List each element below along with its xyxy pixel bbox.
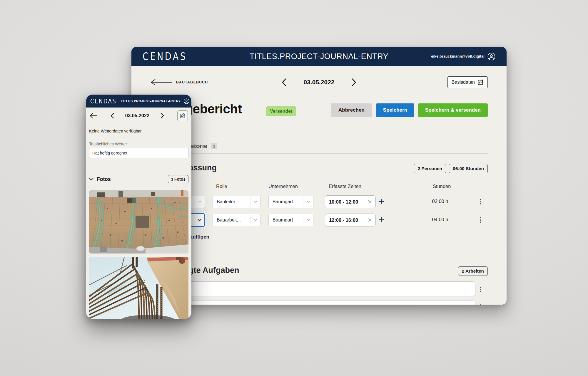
photos-section-toggle[interactable]: Fotos 3 Fotos <box>89 175 188 183</box>
hours-value: 02:00 h <box>422 199 458 204</box>
unternehmen-select[interactable]: Baumgart <box>268 214 313 226</box>
table-row: Bauleiter Baumgart 10:00 - 12:00 <box>150 193 488 211</box>
chevron-down-icon <box>194 214 204 226</box>
time-range-chip[interactable]: 10:00 - 12:00 <box>325 195 376 208</box>
desktop-app-header: CENDAS TITLES.PROJECT-JOURNAL-ENTRY eike… <box>131 47 507 66</box>
hours-badge: 06:00 Stunden <box>449 164 488 173</box>
column-zeiten: Erfasste Zeiten <box>329 184 361 189</box>
construction-slab-aerial-photo[interactable] <box>89 190 188 254</box>
user-email-link[interactable]: eike.brauckmann@voll.digital <box>431 54 485 58</box>
kebab-menu-icon[interactable] <box>479 198 482 206</box>
status-badge: Versendet <box>266 106 296 116</box>
prev-day-button[interactable] <box>111 113 114 119</box>
rolle-select[interactable]: Bauarbeit... <box>213 214 260 226</box>
edit-entry-button[interactable] <box>177 110 188 121</box>
no-weather-text: Keine Wetterdaten verfügbar <box>89 129 188 133</box>
cancel-button[interactable]: Abbrechen <box>331 103 372 117</box>
photos-count-badge: 3 Fotos <box>168 175 188 183</box>
back-arrow-icon[interactable] <box>90 113 97 119</box>
journal-date: 03.05.2022 <box>125 113 150 118</box>
rebar-column-sky-photo[interactable] <box>89 257 188 319</box>
chevron-down-icon <box>250 196 260 208</box>
table-row: Bauarbeit... Baumgart 12:00 - 16:00 <box>150 211 488 229</box>
unternehmen-select[interactable]: Baumgart <box>268 196 313 208</box>
history-count-badge: 1 <box>211 143 217 149</box>
user-circle-icon[interactable] <box>487 53 495 61</box>
column-rolle: Rolle <box>216 184 227 189</box>
column-stunden: Stunden <box>433 184 451 189</box>
mobile-app-header: CENDAS TITLES.PROJECT-JOURNAL-ENTRY <box>86 95 191 108</box>
kebab-menu-icon[interactable] <box>479 286 482 293</box>
kebab-menu-icon[interactable] <box>479 303 482 305</box>
mobile-nav-row: 03.05.2022 <box>86 108 191 124</box>
photos-title: Fotos <box>97 176 111 182</box>
chevron-down-icon <box>89 178 93 181</box>
history-section-header[interactable]: Historie 1 <box>150 141 488 151</box>
task-input-row[interactable] <box>150 300 475 305</box>
section-divider <box>150 153 488 154</box>
add-time-button[interactable] <box>378 216 385 223</box>
hours-value: 04:00 h <box>422 217 458 222</box>
journal-nav-row: BAUTAGEBUCH 03.05.2022 Basisdaten <box>150 75 488 89</box>
chevron-down-icon <box>303 196 313 208</box>
back-to-bautagebuch[interactable]: BAUTAGEBUCH <box>150 79 208 86</box>
task-input-row[interactable] <box>150 281 475 296</box>
weather-input[interactable] <box>89 148 188 158</box>
add-time-button[interactable] <box>378 198 385 205</box>
table-header: Rolle Unternehmen Erfasste Zeiten Stunde… <box>150 184 488 192</box>
chevron-down-icon <box>250 214 260 226</box>
kebab-menu-icon[interactable] <box>479 216 482 224</box>
next-day-button[interactable] <box>352 78 356 86</box>
prev-day-button[interactable] <box>282 78 286 86</box>
chevron-down-icon <box>195 196 205 208</box>
persons-badge: 2 Personen <box>414 164 446 173</box>
time-range-chip[interactable]: 12:00 - 16:00 <box>325 214 376 226</box>
mobile-page-title: TITLES.PROJECT-JOURNAL-ENTRY <box>121 99 181 103</box>
user-circle-icon[interactable] <box>184 98 189 104</box>
long-arrow-left-icon <box>150 79 172 86</box>
chevron-down-icon <box>303 214 313 226</box>
column-unternehmen: Unternehmen <box>268 184 298 189</box>
rolle-select[interactable]: Bauleiter <box>213 196 260 208</box>
cendas-logo: CENDAS <box>90 98 116 105</box>
back-label: BAUTAGEBUCH <box>176 80 208 84</box>
journal-date: 03.05.2022 <box>303 79 334 86</box>
basisdaten-button[interactable]: Basisdaten <box>447 76 488 88</box>
pencil-square-icon <box>478 79 484 85</box>
save-send-button[interactable]: Speichern & versenden <box>418 103 488 117</box>
next-day-button[interactable] <box>161 113 164 119</box>
weather-field-label: Tatsächliches Wetter <box>89 142 188 146</box>
tasks-count-badge: 2 Arbeiten <box>458 266 488 276</box>
x-icon[interactable] <box>368 218 372 222</box>
mobile-window: CENDAS TITLES.PROJECT-JOURNAL-ENTRY 03.0… <box>86 95 191 319</box>
save-button[interactable]: Speichern <box>376 103 414 117</box>
pencil-square-icon <box>180 113 185 118</box>
x-icon[interactable] <box>368 200 372 204</box>
cendas-logo: CENDAS <box>143 51 187 62</box>
